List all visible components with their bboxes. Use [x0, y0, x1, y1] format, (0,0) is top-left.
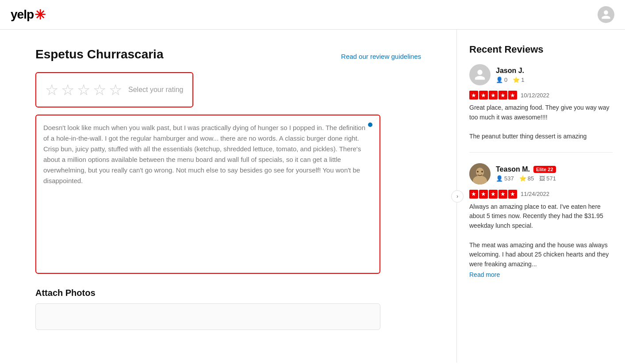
reviews-icon-teason: ⭐ [519, 175, 526, 182]
reviewer-avatar-jason [469, 64, 491, 85]
friends-stat-teason: 👤 537 [496, 175, 514, 182]
rev-star-t3: ★ [489, 190, 498, 199]
recent-reviews-panel: Recent Reviews Jason J. 👤 0 [457, 30, 625, 363]
star-rating-input[interactable]: ☆ ☆ ☆ ☆ ☆ [45, 81, 122, 99]
reviews-icon: ⭐ [513, 77, 520, 83]
friends-icon-teason: 👤 [496, 175, 503, 182]
attach-photos-section: Attach Photos [35, 288, 430, 330]
rev-star-2: ★ [479, 91, 488, 100]
rev-star-5: ★ [508, 91, 517, 100]
rev-star-3: ★ [489, 91, 498, 100]
friends-count-jason: 0 [504, 77, 507, 83]
friends-count-teason: 537 [504, 175, 514, 182]
reviewer-info-jason: Jason J. 👤 0 ⭐ 1 [496, 67, 524, 83]
review-date-teason: 11/24/2022 [521, 191, 549, 197]
yelp-logo[interactable]: yelp✳ [11, 7, 45, 23]
user-avatar-button[interactable] [598, 6, 614, 23]
site-header: yelp✳ [0, 0, 625, 30]
teason-avatar-image [469, 163, 491, 184]
review-text-jason: Great place, amazing food. They give you… [469, 103, 613, 142]
attach-photos-title: Attach Photos [35, 288, 430, 298]
rev-star-t1: ★ [469, 190, 478, 199]
svg-point-3 [477, 171, 479, 172]
review-text-teason: Always an amazing place to eat. I've eat… [469, 202, 613, 269]
reviews-stat-teason: ⭐ 85 [519, 175, 534, 182]
photos-stat-teason: 🖼 571 [539, 175, 556, 182]
review-card-jason: Jason J. 👤 0 ⭐ 1 ★ [469, 64, 613, 153]
reviews-count-teason: 85 [528, 175, 534, 182]
friends-stat-jason: 👤 0 [496, 77, 507, 83]
svg-point-4 [481, 171, 483, 172]
guidelines-link[interactable]: Read our review guidelines [341, 53, 421, 60]
yelp-wordmark: yelp [11, 8, 34, 22]
reviewer-name-jason: Jason J. [496, 67, 524, 75]
photos-count-teason: 571 [546, 175, 556, 182]
reviews-stat-jason: ⭐ 1 [513, 77, 524, 83]
reviewer-avatar-teason [469, 163, 491, 184]
star-icons-jason: ★ ★ ★ ★ ★ [469, 91, 517, 100]
rev-star-1: ★ [469, 91, 478, 100]
star-icons-teason: ★ ★ ★ ★ ★ [469, 190, 517, 199]
star-5-icon[interactable]: ☆ [109, 81, 122, 99]
review-stars-jason: ★ ★ ★ ★ ★ 10/12/2022 [469, 91, 613, 100]
yelp-burst-icon: ✳ [35, 7, 45, 23]
friends-icon: 👤 [496, 77, 503, 83]
reviewer-info-teason: Teason M. Elite 22 👤 537 ⭐ 85 [496, 165, 556, 182]
reviewer-stats-teason: 👤 537 ⭐ 85 🖼 571 [496, 175, 556, 182]
reviewer-header-teason: Teason M. Elite 22 👤 537 ⭐ 85 [469, 163, 613, 184]
rev-star-t5: ★ [508, 190, 517, 199]
main-layout: › Espetus Churrascaria Read our review g… [0, 30, 625, 363]
photos-icon-teason: 🖼 [539, 175, 545, 182]
recent-reviews-title: Recent Reviews [469, 44, 613, 55]
person-icon [601, 9, 611, 20]
star-2-icon[interactable]: ☆ [61, 81, 74, 99]
rating-box: ☆ ☆ ☆ ☆ ☆ Select your rating [35, 72, 193, 107]
person-icon [474, 69, 486, 81]
review-dot-indicator [368, 123, 372, 127]
elite-badge-teason: Elite 22 [533, 166, 556, 173]
collapse-button[interactable]: › [451, 190, 464, 203]
star-4-icon[interactable]: ☆ [93, 81, 106, 99]
reviewer-header-jason: Jason J. 👤 0 ⭐ 1 [469, 64, 613, 85]
rating-label: Select your rating [128, 86, 184, 94]
review-form-panel: › Espetus Churrascaria Read our review g… [0, 30, 457, 363]
photo-dropzone[interactable] [35, 303, 380, 330]
read-more-link-teason[interactable]: Read more [469, 271, 613, 278]
review-textarea-wrapper [35, 115, 380, 274]
review-textarea[interactable] [43, 123, 372, 264]
star-3-icon[interactable]: ☆ [77, 81, 90, 99]
reviewer-stats-jason: 👤 0 ⭐ 1 [496, 77, 524, 83]
rev-star-t4: ★ [498, 190, 507, 199]
rev-star-4: ★ [498, 91, 507, 100]
review-stars-teason: ★ ★ ★ ★ ★ 11/24/2022 [469, 190, 613, 199]
rev-star-t2: ★ [479, 190, 488, 199]
reviewer-name-row-teason: Teason M. Elite 22 [496, 165, 556, 173]
review-card-teason: Teason M. Elite 22 👤 537 ⭐ 85 [469, 163, 613, 289]
reviews-count-jason: 1 [521, 77, 524, 83]
star-1-icon[interactable]: ☆ [45, 81, 58, 99]
reviewer-name-teason: Teason M. [496, 165, 530, 173]
review-date-jason: 10/12/2022 [521, 92, 549, 99]
